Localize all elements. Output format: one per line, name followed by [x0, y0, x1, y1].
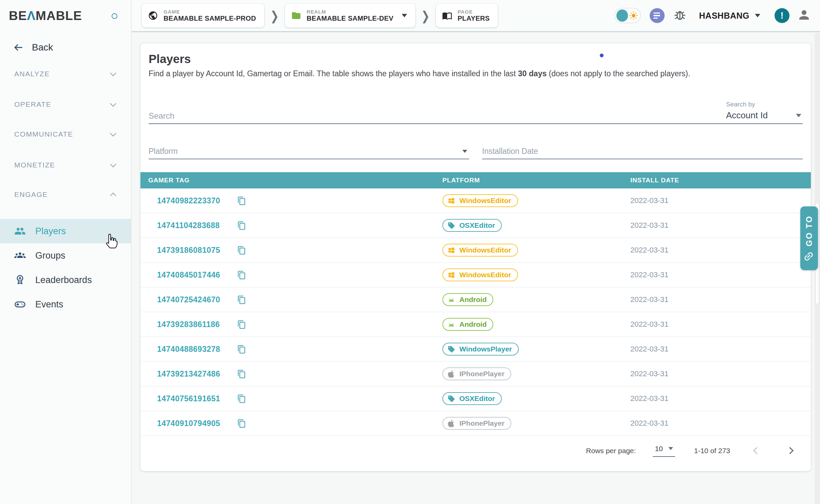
gamer-tag-link[interactable]: 14740982223370: [157, 196, 237, 205]
platform-label: Platform: [149, 147, 178, 156]
chevron-up-icon: [110, 193, 116, 199]
page-title: Players: [149, 52, 803, 66]
breadcrumb-page-chip[interactable]: PAGE PLAYERS: [436, 4, 498, 27]
description-text: (does not apply to the searched players)…: [547, 69, 690, 78]
chevron-right-icon: [786, 447, 793, 454]
breadcrumb-game-chip[interactable]: GAME BEAMABLE SAMPLE-PROD: [142, 4, 264, 27]
gamer-tag-link[interactable]: 14739283861186: [157, 320, 237, 329]
globe-icon: [148, 11, 158, 21]
exclamation-icon: !: [781, 11, 784, 21]
gamer-tag-link[interactable]: 14740756191651: [157, 394, 237, 403]
install-date: 2022-03-31: [630, 196, 811, 205]
rows-per-page-select[interactable]: 10: [653, 445, 675, 457]
apple-icon: [447, 370, 455, 378]
gamer-tag-link[interactable]: 14740488693278: [157, 345, 237, 354]
gamer-tag-link[interactable]: 14739186081075: [157, 246, 237, 255]
groups-icon: [14, 250, 26, 261]
table-body: 14740982223370 WindowsEditor 2022-03-31 …: [140, 188, 811, 436]
copy-icon[interactable]: [237, 221, 246, 230]
copy-icon[interactable]: [237, 345, 246, 354]
copy-icon[interactable]: [237, 369, 246, 379]
search-by-select[interactable]: Search by Account Id: [726, 101, 803, 124]
theme-knob-icon: [616, 9, 628, 22]
sidebar-section-communicate[interactable]: COMMUNICATE: [0, 126, 131, 142]
next-page-button[interactable]: [783, 444, 797, 458]
platform-badge-iphoneplayer: IPhonePlayer: [442, 367, 511, 380]
sidebar-section-engage[interactable]: ENGAGE: [0, 187, 131, 202]
installation-date-label: Installation Date: [482, 147, 538, 156]
search-input[interactable]: [149, 108, 726, 124]
sidebar-item-players[interactable]: Players: [0, 219, 131, 243]
chevron-right-icon: ❯: [421, 8, 430, 23]
gamer-tag-link[interactable]: 14739213427486: [157, 369, 237, 379]
copy-icon[interactable]: [237, 270, 246, 280]
sun-icon: [629, 11, 638, 20]
chevron-left-icon: [753, 447, 760, 454]
sidebar-item-groups[interactable]: Groups: [0, 243, 131, 268]
table-row: 14739283861186 Android 2022-03-31: [140, 312, 811, 337]
person-icon: [797, 8, 811, 22]
gamer-tag-link[interactable]: 14740910794905: [157, 419, 237, 428]
sidebar-section-operate[interactable]: OPERATE: [0, 97, 131, 112]
rows-per-page-label: Rows per page:: [586, 447, 636, 455]
caret-down-icon: [668, 447, 673, 450]
sidebar-section-monetize[interactable]: MONETIZE: [0, 157, 131, 173]
copy-icon[interactable]: [237, 394, 246, 403]
account-menu[interactable]: HASHBANG: [699, 11, 760, 21]
platform-badge-osxeditor: OSXEditor: [442, 392, 502, 405]
platform-select[interactable]: Platform: [149, 144, 469, 159]
breadcrumb-realm-chip[interactable]: REALM BEAMABLE SAMPLE-DEV: [285, 4, 415, 27]
description-text: Find a player by Account Id, Gamertag or…: [149, 69, 518, 78]
sidebar-item-events[interactable]: Events: [0, 292, 131, 317]
caret-down-icon: [462, 150, 467, 153]
tag-icon: [447, 222, 455, 229]
rows-per-page-value: 10: [655, 445, 663, 453]
players-card: Players Find a player by Account Id, Gam…: [140, 43, 811, 471]
install-date: 2022-03-31: [630, 369, 811, 378]
gamer-tag-link[interactable]: 14740725424670: [157, 295, 237, 304]
goto-tab[interactable]: GO TO: [800, 206, 818, 270]
logo-accent: Λ: [27, 9, 36, 23]
chip-label: REALM: [307, 9, 394, 15]
account-name: HASHBANG: [699, 11, 749, 21]
column-install-date: INSTALL DATE: [630, 177, 811, 184]
gamer-tag-link[interactable]: 14740845017446: [157, 270, 237, 280]
copy-icon[interactable]: [237, 246, 246, 255]
sidebar-section-analyze[interactable]: ANALYZE: [0, 66, 131, 82]
previous-page-button[interactable]: [750, 444, 763, 458]
gamer-tag-link[interactable]: 14741104283688: [157, 221, 237, 230]
table-footer: Rows per page: 10 1-10 of 273: [140, 436, 811, 465]
alerts-button[interactable]: !: [775, 8, 789, 23]
copy-icon[interactable]: [237, 196, 246, 205]
installation-date-input[interactable]: Installation Date: [482, 144, 803, 159]
chevron-down-icon: [110, 161, 116, 167]
platform-badge-windowsplayer: WindowsPlayer: [442, 343, 519, 356]
book-icon: [442, 11, 452, 21]
theme-toggle[interactable]: [614, 8, 641, 23]
platform-badge-windowseditor: WindowsEditor: [442, 244, 518, 257]
chevron-down-icon: [110, 130, 116, 136]
avatar[interactable]: [797, 8, 811, 23]
quick-menu-button[interactable]: [650, 8, 665, 23]
tag-icon: [447, 395, 455, 403]
blue-dot: [600, 54, 604, 57]
platform-badge-osxeditor: OSXEditor: [442, 219, 502, 232]
table-row: 14741104283688 OSXEditor 2022-03-31: [140, 213, 811, 238]
table-row: 14740725424670 Android 2022-03-31: [140, 287, 811, 312]
chevron-right-icon: ❯: [270, 8, 279, 23]
section-label: MONETIZE: [14, 161, 55, 169]
windows-icon: [447, 197, 455, 205]
copy-icon[interactable]: [237, 295, 246, 304]
nav-item-label: Groups: [35, 250, 65, 261]
copy-icon[interactable]: [237, 419, 246, 428]
windows-icon: [447, 246, 455, 254]
section-label: ENGAGE: [14, 190, 48, 199]
bug-report-button[interactable]: [673, 8, 687, 23]
copy-icon[interactable]: [237, 320, 246, 329]
install-date: 2022-03-31: [630, 345, 811, 354]
back-button[interactable]: Back: [13, 40, 53, 55]
sidebar-item-leaderboards[interactable]: Leaderboards: [0, 268, 131, 292]
filters-row: Platform Installation Date: [149, 144, 803, 159]
topbar-actions: HASHBANG !: [614, 0, 811, 31]
platform-badge-android: Android: [442, 293, 493, 306]
